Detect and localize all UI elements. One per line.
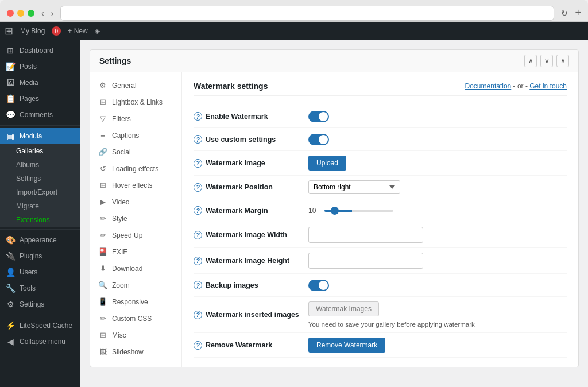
collapse-up-button[interactable]: ∧ xyxy=(524,55,537,67)
watermark-margin-control: 10 xyxy=(308,207,567,215)
nav-item-captions[interactable]: ≡ Captions xyxy=(90,127,181,144)
sidebar-label-media: Media xyxy=(20,79,38,87)
watermark-height-help-icon[interactable]: ? xyxy=(194,257,202,265)
sidebar-item-tools[interactable]: 🔧 Tools xyxy=(0,280,80,296)
site-name-bar-item[interactable]: My Blog xyxy=(20,27,45,35)
documentation-link[interactable]: Documentation xyxy=(465,82,512,90)
sidebar-item-plugins[interactable]: 🔌 Plugins xyxy=(0,248,80,264)
upload-button[interactable]: Upload xyxy=(308,156,346,171)
nav-item-exif[interactable]: 🎴 EXIF xyxy=(90,243,181,260)
nav-item-video[interactable]: ▶ Video xyxy=(90,194,181,210)
sidebar-item-comments[interactable]: 💬 Comments xyxy=(0,107,80,123)
watermark-height-input[interactable] xyxy=(308,253,423,269)
backup-images-help-icon[interactable]: ? xyxy=(194,281,202,289)
watermark-images-button[interactable]: Watermak Images xyxy=(308,301,379,316)
nav-item-hover[interactable]: ⊞ Hover effects xyxy=(90,177,181,194)
back-button[interactable]: ‹ xyxy=(39,7,47,19)
posts-icon: 📝 xyxy=(6,62,15,71)
nav-item-speedup[interactable]: ✏ Speed Up xyxy=(90,227,181,243)
sidebar-item-modula[interactable]: ▦ Modula xyxy=(0,128,80,144)
sidebar-label-litespeed: LiteSpeed Cache xyxy=(20,322,72,330)
sidebar-label-comments: Comments xyxy=(20,111,53,119)
comments-icon: 💬 xyxy=(6,110,15,119)
settings-panel-header: Settings ∧ ∨ ∧ xyxy=(90,50,578,72)
nav-label-speedup: Speed Up xyxy=(112,231,142,239)
setting-row-watermark-position: ? Watermark Position Top left Top center… xyxy=(194,176,567,199)
nav-item-loading[interactable]: ↺ Loading effects xyxy=(90,160,181,177)
watermark-position-help-icon[interactable]: ? xyxy=(194,183,202,192)
watermark-position-control: Top left Top center Top right Middle lef… xyxy=(308,180,567,194)
sidebar-label-tools: Tools xyxy=(20,284,36,292)
wp-layout: ⊞ Dashboard 📝 Posts 🖼 Media 📋 Pages 💬 Co… xyxy=(0,40,588,387)
setting-row-enable-watermark: ? Enable Watermark xyxy=(194,105,567,128)
new-content-bar-item[interactable]: + New xyxy=(68,27,87,35)
sidebar-label-plugins: Plugins xyxy=(20,252,42,260)
nav-item-social[interactable]: 🔗 Social xyxy=(90,144,181,160)
reload-icon[interactable]: ↻ xyxy=(561,9,568,18)
new-tab-icon[interactable]: + xyxy=(575,7,581,19)
nav-label-exif: EXIF xyxy=(112,248,127,256)
sidebar-item-settings[interactable]: ⚙ Settings xyxy=(0,296,80,312)
minimize-dot[interactable] xyxy=(17,10,24,17)
sidebar-item-collapse[interactable]: ◀ Collapse menu xyxy=(0,334,80,350)
wp-logo-icon[interactable]: ⊞ xyxy=(5,25,13,37)
social-nav-icon: 🔗 xyxy=(98,148,107,156)
customize-bar-item[interactable]: ◈ xyxy=(95,27,100,35)
sub-item-galleries[interactable]: Galleries xyxy=(0,144,80,158)
watermark-image-help-icon[interactable]: ? xyxy=(194,159,202,168)
speedup-nav-icon: ✏ xyxy=(98,231,107,239)
setting-row-watermark-width: ? Watermark Image Width xyxy=(194,222,567,248)
nav-item-slideshow[interactable]: 🖼 Slideshow xyxy=(90,343,181,360)
watermark-position-select[interactable]: Top left Top center Top right Middle lef… xyxy=(308,180,400,194)
custom-settings-toggle[interactable] xyxy=(308,134,329,145)
sub-item-albums[interactable]: Albums xyxy=(0,158,80,172)
sub-item-migrate[interactable]: Migrate xyxy=(0,199,80,213)
watermark-margin-help-icon[interactable]: ? xyxy=(194,206,202,215)
nav-item-style[interactable]: ✏ Style xyxy=(90,210,181,227)
sub-item-settings[interactable]: Settings xyxy=(0,172,80,185)
remove-watermark-help-icon[interactable]: ? xyxy=(194,341,202,350)
forward-button[interactable]: › xyxy=(49,7,56,19)
watermark-width-help-icon[interactable]: ? xyxy=(194,231,202,239)
sidebar-item-pages[interactable]: 📋 Pages xyxy=(0,91,80,107)
nav-item-general[interactable]: ⚙ General xyxy=(90,77,181,94)
nav-item-download[interactable]: ⬇ Download xyxy=(90,260,181,277)
sidebar-item-litespeed[interactable]: ⚡ LiteSpeed Cache xyxy=(0,318,80,334)
sidebar-item-media[interactable]: 🖼 Media xyxy=(0,75,80,91)
collapse-toggle-button[interactable]: ∧ xyxy=(556,55,569,67)
nav-item-misc[interactable]: ⊞ Misc xyxy=(90,327,181,343)
comments-bar-item[interactable]: 0 xyxy=(52,26,61,36)
backup-images-toggle[interactable] xyxy=(308,280,329,291)
watermark-height-label: ? Watermark Image Height xyxy=(194,257,308,265)
nav-item-responsive[interactable]: 📱 Responsive xyxy=(90,293,181,310)
enable-watermark-toggle[interactable] xyxy=(308,111,329,122)
sidebar-item-users[interactable]: 👤 Users xyxy=(0,264,80,280)
nav-item-zoom[interactable]: 🔍 Zoom xyxy=(90,277,181,293)
remove-watermark-button[interactable]: Remove Watermark xyxy=(308,338,385,353)
nav-item-filters[interactable]: ▽ Filters xyxy=(90,110,181,127)
sub-item-extensions[interactable]: Extensions xyxy=(0,213,80,227)
nav-label-social: Social xyxy=(112,148,131,156)
watermark-inserted-help-icon[interactable]: ? xyxy=(194,311,202,319)
watermark-width-label: ? Watermark Image Width xyxy=(194,231,308,239)
browser-url-bar[interactable] xyxy=(60,6,554,21)
nav-label-lightbox: Lightbox & Links xyxy=(112,98,163,106)
close-dot[interactable] xyxy=(7,10,14,17)
enable-watermark-help-icon[interactable]: ? xyxy=(194,112,202,121)
custom-settings-help-icon[interactable]: ? xyxy=(194,135,202,144)
sidebar-item-posts[interactable]: 📝 Posts xyxy=(0,59,80,75)
watermark-margin-slider[interactable] xyxy=(324,210,393,212)
watermark-width-input[interactable] xyxy=(308,227,423,243)
nav-item-customcss[interactable]: ✏ Custom CSS xyxy=(90,310,181,327)
browser-dots xyxy=(7,10,34,17)
enable-watermark-control xyxy=(308,111,567,122)
get-in-touch-link[interactable]: Get in touch xyxy=(529,82,567,90)
collapse-down-button[interactable]: ∨ xyxy=(540,55,553,67)
general-nav-icon: ⚙ xyxy=(98,81,107,90)
comment-count-badge: 0 xyxy=(52,26,61,36)
sidebar-item-dashboard[interactable]: ⊞ Dashboard xyxy=(0,42,80,59)
nav-item-lightbox[interactable]: ⊞ Lightbox & Links xyxy=(90,94,181,110)
sidebar-item-appearance[interactable]: 🎨 Appearance xyxy=(0,232,80,248)
sub-item-import-export[interactable]: Import/Export xyxy=(0,185,80,199)
maximize-dot[interactable] xyxy=(28,10,34,17)
